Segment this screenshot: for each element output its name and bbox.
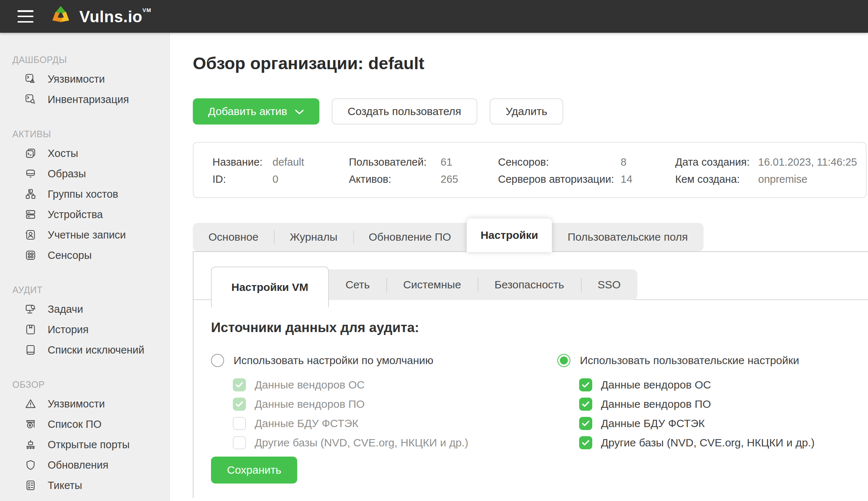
tab-custom-fields[interactable]: Пользовательские поля [552, 223, 704, 251]
checkbox-label: Данные вендоров ОС [601, 379, 711, 391]
info-label: Пользователей: [349, 156, 441, 168]
checkbox-os-vendor-data [233, 378, 246, 391]
radio-row-default: Использовать настройки по умолчанию [211, 354, 557, 367]
sidebar-item-label: Сенсоры [48, 249, 92, 261]
checkbox-row: Данные БДУ ФСТЭК [579, 417, 815, 430]
info-value: 8 [621, 156, 675, 168]
host-groups-icon [24, 188, 37, 200]
checkbox-row: Данные вендоров ПО [233, 398, 557, 411]
sidebar-item-label: Уязвимости [48, 73, 105, 85]
sidebar-item-sensors[interactable]: Сенсоры [0, 245, 170, 265]
create-user-button[interactable]: Создать пользователя [332, 98, 477, 125]
sidebar-section-overview: ОБЗОР Уязвимости Список ПО Открытые порт… [0, 378, 170, 496]
default-settings-option: Использовать настройки по умолчанию Данн… [211, 354, 557, 449]
sidebar-item-label: Список ПО [48, 418, 101, 430]
sidebar-item-exclusion-lists[interactable]: Списки исключений [0, 340, 170, 360]
checkbox-label: Другие базы (NVD, CVE.org, НКЦКИ и др.) [601, 437, 815, 449]
audit-sources-heading: Источники данных для аудита: [211, 320, 851, 336]
custom-settings-checkboxes: Данные вендоров ОС Данные вендоров ПО Да… [579, 378, 815, 449]
checkbox-label: Другие базы (NVD, CVE.org, НКЦКИ и др.) [255, 437, 468, 449]
settings-subtabs: Настройки VM Сеть Системные Безопасность… [194, 269, 868, 300]
checkbox-other-databases[interactable] [579, 436, 592, 449]
checkbox-label: Данные БДУ ФСТЭК [255, 417, 358, 430]
checkbox-software-vendor-data[interactable] [579, 398, 592, 411]
tab-journals[interactable]: Журналы [274, 223, 353, 251]
devices-icon [24, 208, 37, 221]
sidebar-item-images[interactable]: Образы [0, 163, 170, 184]
brand-text: Vulns.io [79, 8, 143, 25]
sidebar-item-history[interactable]: История [0, 319, 170, 340]
subtab-sso[interactable]: SSO [581, 269, 637, 300]
sidebar-item-accounts[interactable]: Учетные записи [0, 225, 170, 245]
delete-button[interactable]: Удалить [490, 98, 564, 125]
sidebar-item-open-ports[interactable]: Открытые порты [0, 434, 170, 455]
checkbox-row: Данные вендоров ПО [579, 398, 815, 411]
sidebar-item-label: Инвентаризация [48, 94, 129, 106]
sidebar-item-tasks[interactable]: Задачи [0, 299, 170, 319]
radio-default-settings[interactable] [211, 354, 224, 367]
sidebar-section-audit: АУДИТ Задачи История Списки исключений [0, 283, 170, 360]
info-label: Сенсоров: [498, 156, 621, 168]
checkbox-software-vendor-data [233, 398, 246, 411]
sidebar-item-host-groups[interactable]: Группы хостов [0, 184, 170, 204]
sidebar-section-assets: АКТИВЫ Хосты Образы Группы хостов Устрой… [0, 127, 170, 265]
add-asset-button[interactable]: Добавить актив [193, 98, 319, 125]
checkbox-row: Другие базы (NVD, CVE.org, НКЦКИ и др.) [233, 436, 557, 449]
exclusion-lists-icon [24, 344, 37, 356]
hamburger-menu-icon[interactable] [17, 10, 33, 23]
settings-subtabs-bar: Настройки VM Сеть Системные Безопасность… [211, 269, 637, 300]
info-label: Активов: [349, 173, 441, 185]
subtab-vm-settings[interactable]: Настройки VM [211, 267, 329, 307]
sidebar-item-software-list[interactable]: Список ПО [0, 414, 170, 434]
radio-label: Использовать пользовательские настройки [580, 354, 799, 367]
subtab-system[interactable]: Системные [386, 269, 478, 300]
sidebar-section-title: ОБЗОР [12, 378, 170, 391]
vulns-logo-icon [50, 5, 71, 28]
radio-row-custom: Использовать пользовательские настройки [557, 354, 815, 367]
radio-label: Использовать настройки по умолчанию [234, 354, 433, 367]
sidebar-item-label: Устройства [48, 209, 103, 221]
updates-icon [24, 459, 37, 471]
brand-title: Vulns.ioVM [79, 7, 151, 26]
sidebar-item-label: Учетные записи [48, 229, 126, 241]
subtab-network[interactable]: Сеть [329, 269, 387, 300]
info-label: Название: [212, 156, 272, 168]
accounts-icon [24, 229, 37, 241]
tab-general[interactable]: Основное [193, 223, 274, 251]
sidebar-item-label: Обновления [48, 459, 108, 471]
checkbox-row: Другие базы (NVD, CVE.org, НКЦКИ и др.) [579, 436, 815, 449]
tab-software-update[interactable]: Обновление ПО [353, 223, 467, 251]
sidebar-section-title: ДАШБОРДЫ [12, 53, 170, 66]
checkbox-label: Данные вендоров ПО [255, 398, 365, 410]
checkbox-bdu-fstec-data [233, 417, 246, 430]
radio-custom-settings[interactable] [557, 354, 570, 367]
sidebar-item-updates[interactable]: Обновления [0, 455, 170, 475]
sidebar-item-dashboard-inventory[interactable]: Инвентаризация [0, 89, 170, 110]
checkbox-bdu-fstec-data[interactable] [579, 417, 592, 430]
checkbox-os-vendor-data[interactable] [579, 378, 592, 391]
audit-sources-options: Использовать настройки по умолчанию Данн… [211, 354, 851, 449]
info-value: 61 [441, 156, 498, 168]
info-label: Дата создания: [675, 156, 758, 168]
info-value: 16.01.2023, 11:46:25 [758, 156, 859, 168]
sidebar-item-devices[interactable]: Устройства [0, 204, 170, 225]
sidebar-item-hosts[interactable]: Хосты [0, 143, 170, 163]
info-value: onpremise [758, 173, 859, 185]
sidebar-section-title: АУДИТ [12, 283, 170, 296]
info-value: 0 [272, 173, 349, 185]
subtab-security[interactable]: Безопасность [478, 269, 581, 300]
sidebar: ДАШБОРДЫ Уязвимости Инвентаризация АКТИВ… [0, 33, 170, 501]
info-label: Серверов авторизации: [498, 173, 621, 185]
sidebar-item-label: Списки исключений [48, 344, 144, 356]
sidebar-item-label: Группы хостов [48, 188, 118, 200]
sidebar-item-label: Хосты [48, 147, 78, 159]
sidebar-item-dashboard-vulnerabilities[interactable]: Уязвимости [0, 69, 170, 89]
sidebar-item-overview-vulnerabilities[interactable]: Уязвимости [0, 394, 170, 414]
sidebar-item-tickets[interactable]: Тикеты [0, 475, 170, 496]
tab-settings[interactable]: Настройки [467, 218, 552, 252]
vulnerabilities-icon [24, 398, 37, 410]
save-button[interactable]: Сохранить [211, 457, 297, 484]
checkbox-row: Данные БДУ ФСТЭК [233, 417, 557, 430]
delete-label: Удалить [506, 105, 548, 118]
info-value: 265 [441, 173, 498, 185]
